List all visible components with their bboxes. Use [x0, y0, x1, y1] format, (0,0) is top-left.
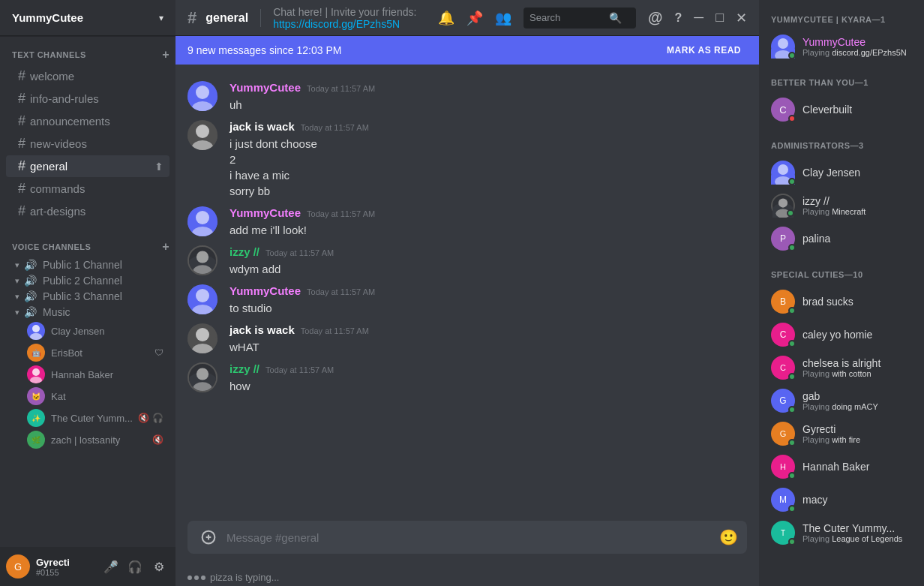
- svg-point-8: [196, 125, 209, 138]
- member-item-chelsea[interactable]: C chelsea is alright Playing with cotton: [765, 351, 918, 384]
- bell-icon[interactable]: 🔔: [438, 10, 454, 26]
- mute-button[interactable]: 🎤: [100, 556, 122, 577]
- user-panel-avatar: G: [6, 554, 30, 578]
- voice-member-kat[interactable]: 🐱 Kat: [6, 386, 170, 407]
- user-panel-name: Gyrecti: [36, 557, 94, 568]
- svg-point-20: [196, 328, 209, 341]
- member-info: macy: [802, 494, 912, 506]
- server-chevron-icon: ▾: [159, 13, 164, 23]
- mark-as-read-button[interactable]: MARK AS READ: [661, 42, 747, 59]
- message-group: YummyCutee Today at 11:57 AM to studio: [176, 281, 759, 319]
- member-name: macy: [802, 494, 912, 506]
- settings-button[interactable]: ⚙: [148, 556, 170, 577]
- text-channels-header: Text Channels +: [0, 36, 176, 65]
- member-status: Playing with cotton: [802, 369, 912, 378]
- voice-channel-public2[interactable]: ▾ 🔊 Public 2 Channel: [6, 273, 170, 288]
- member-avatar: C: [771, 323, 795, 347]
- message-timestamp: Today at 11:57 AM: [307, 209, 375, 218]
- message-content: YummyCutee Today at 11:57 AM uh: [230, 81, 747, 113]
- voice-channel-public1[interactable]: ▾ 🔊 Public 1 Channel: [6, 257, 170, 272]
- help-icon[interactable]: ?: [675, 11, 682, 25]
- message-avatar: [188, 284, 218, 314]
- channel-item-welcome[interactable]: # welcome: [6, 65, 170, 87]
- channel-item-new-videos[interactable]: # new-videos: [6, 133, 170, 155]
- mute-icon: 🔇: [152, 434, 164, 445]
- members-section-header: YUMMYCUTEE | KYARA—1: [765, 12, 918, 30]
- member-item-macy[interactable]: M macy: [765, 483, 918, 516]
- member-item-cuter-yummy[interactable]: T The Cuter Yummy... Playing League of L…: [765, 516, 918, 549]
- add-text-channel-icon[interactable]: +: [162, 48, 170, 62]
- channel-item-art-designs[interactable]: # art-designs: [6, 200, 170, 222]
- message-text: i have a mic: [230, 167, 747, 183]
- member-item-caley[interactable]: C caley yo homie: [765, 318, 918, 351]
- voice-member-cuter-yumm[interactable]: ✨ The Cuter Yumm... 🔇 🎧: [6, 407, 170, 428]
- user-panel-info: Gyrecti #0155: [36, 557, 94, 577]
- voice-member-erisbot[interactable]: 🤖 ErisBot 🛡: [6, 342, 170, 363]
- message-author: jack is wack: [230, 323, 295, 336]
- members-section-cuties: SPECIAL CUTIES—10 B brad sucks C caley y…: [765, 267, 918, 549]
- upload-icon: ⬆: [154, 161, 164, 173]
- speaker-icon: 🔊: [24, 275, 37, 287]
- member-item-brad[interactable]: B brad sucks: [765, 285, 918, 318]
- message-input[interactable]: [226, 524, 713, 551]
- typing-dots: [188, 575, 206, 580]
- voice-member-clay[interactable]: Clay Jensen: [6, 320, 170, 341]
- channel-item-commands[interactable]: # commands: [6, 178, 170, 200]
- new-messages-bar: 9 new messages since 12:03 PM MARK AS RE…: [176, 36, 759, 65]
- channel-item-general[interactable]: # general ⬆: [6, 155, 170, 177]
- add-voice-channel-icon[interactable]: +: [162, 240, 170, 254]
- maximize-icon[interactable]: □: [716, 10, 724, 26]
- message-content: YummyCutee Today at 11:57 AM to studio: [230, 284, 747, 316]
- user-panel-tag: #0155: [36, 568, 94, 577]
- member-info: Clay Jensen: [802, 167, 912, 179]
- member-name: Cleverbuilt: [802, 104, 912, 116]
- svg-point-32: [778, 164, 788, 175]
- voice-channels-header: Voice Channels +: [0, 228, 176, 257]
- member-avatar: H: [771, 455, 795, 479]
- search-input[interactable]: [530, 12, 604, 23]
- message-author: YummyCutee: [230, 206, 301, 219]
- message-text: i just dont choose: [230, 136, 747, 152]
- voice-channel-music[interactable]: ▾ 🔊 Music: [6, 305, 170, 320]
- member-item-palina[interactable]: P palina: [765, 222, 918, 255]
- new-messages-text: 9 new messages since 12:03 PM: [188, 44, 341, 56]
- message-text: to studio: [230, 300, 747, 316]
- channel-item-announcements[interactable]: # announcements: [6, 110, 170, 132]
- member-item-clay[interactable]: Clay Jensen: [765, 156, 918, 189]
- minimize-icon[interactable]: ─: [694, 10, 704, 26]
- message-avatar: [188, 362, 218, 392]
- close-icon[interactable]: ✕: [736, 10, 747, 26]
- member-item-cleverbuilt[interactable]: C Cleverbuilt: [765, 93, 918, 126]
- invite-link[interactable]: https://discord.gg/EPzhs5N: [273, 18, 400, 30]
- search-box[interactable]: 🔍: [524, 8, 636, 29]
- member-item-gab[interactable]: G gab Playing doing mACY: [765, 384, 918, 417]
- voice-member-zach[interactable]: 🌿 zach | lostsanity 🔇: [6, 429, 170, 450]
- channel-item-info-and-rules[interactable]: # info-and-rules: [6, 88, 170, 110]
- member-item-gyrecti[interactable]: G Gyrecti Playing with fire: [765, 417, 918, 450]
- member-name: brad sucks: [802, 296, 912, 308]
- at-icon[interactable]: @: [648, 9, 663, 26]
- message-author: YummyCutee: [230, 284, 301, 297]
- upload-button[interactable]: [196, 525, 220, 549]
- emoji-button[interactable]: 🙂: [719, 528, 738, 546]
- status-dot: [788, 505, 796, 512]
- members-section-header: ADMINISTRATORS—3: [765, 138, 918, 156]
- members-icon[interactable]: 👥: [495, 10, 512, 26]
- member-item-yummycutee[interactable]: YummyCutee Playing discord.gg/EPzhs5N: [765, 30, 918, 63]
- message-timestamp: Today at 11:57 AM: [307, 84, 375, 93]
- voice-channel-public3[interactable]: ▾ 🔊 Public 3 Channel: [6, 289, 170, 304]
- member-status: Playing discord.gg/EPzhs5N: [802, 48, 912, 57]
- message-timestamp: Today at 11:57 AM: [301, 123, 369, 132]
- server-header[interactable]: YummyCutee ▾: [0, 0, 176, 36]
- member-item-izzy[interactable]: izzy // Playing Minecraft: [765, 189, 918, 222]
- speaker-icon: 🔊: [24, 259, 37, 271]
- member-item-hannah[interactable]: H Hannah Baker: [765, 450, 918, 483]
- server-name: YummyCutee: [12, 11, 159, 24]
- message-avatar: [188, 120, 218, 150]
- message-header: jack is wack Today at 11:57 AM: [230, 323, 747, 336]
- pin-icon[interactable]: 📌: [466, 10, 483, 26]
- message-avatar: [188, 81, 218, 111]
- voice-member-hannah[interactable]: Hannah Baker: [6, 364, 170, 385]
- message-text: uh: [230, 97, 747, 113]
- deafen-button[interactable]: 🎧: [124, 556, 146, 577]
